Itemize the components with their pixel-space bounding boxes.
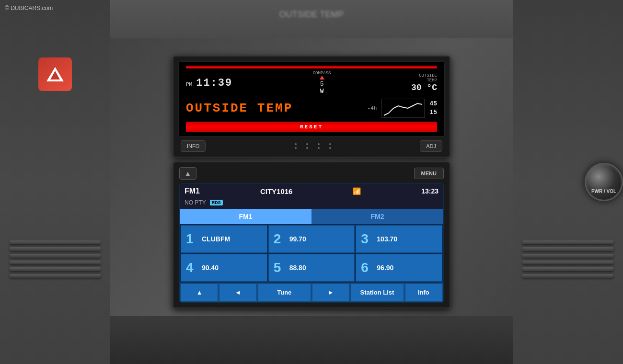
preset-button-5[interactable]: 5 88.80 [268, 254, 355, 282]
tune-next-button[interactable]: ► [312, 284, 349, 301]
preset-button-3[interactable]: 3 103.70 [356, 225, 442, 253]
info-radio-button[interactable]: Info [405, 284, 442, 301]
dot [329, 147, 331, 149]
blurred-heading: OUTSIDE TEMP [279, 10, 344, 20]
vent-slat [10, 254, 101, 258]
preset-number-4: 4 [186, 260, 198, 275]
info-cluster: PM 11:39 COMPASS 5 W OUTSIDE TEMP 30 °C [173, 56, 450, 158]
vent-slat [10, 274, 101, 278]
tune-label: Tune [258, 284, 311, 301]
preset-number-5: 5 [274, 260, 286, 275]
tune-prev-button[interactable]: ◄ [219, 284, 256, 301]
dot [318, 143, 320, 145]
vent-slat [522, 274, 613, 278]
dot-group-3[interactable] [318, 143, 320, 149]
vent-slat [522, 267, 613, 271]
pwr-vol-label: PWR / VOL [591, 189, 616, 194]
fm-tabs: FM1 FM2 [180, 209, 443, 224]
dot [306, 143, 308, 145]
bluetooth-icon: 📶 [353, 187, 361, 195]
dot [318, 147, 320, 149]
car-interior: © DUBICARS.com OUTSIDE TEMP PWR / VOL [0, 0, 623, 364]
menu-button[interactable]: MENU [414, 168, 444, 179]
display-main: OUTSIDE TEMP -4h 45 15 [186, 99, 437, 118]
outside-temp-big-label: OUTSIDE TEMP [186, 101, 293, 115]
outside-temp-section: OUTSIDE TEMP 30 °C [411, 73, 437, 92]
temp-low: 15 [429, 108, 437, 117]
temp-high: 45 [429, 100, 437, 108]
right-vent [522, 240, 613, 278]
station-name: CITY1016 [260, 187, 293, 195]
compass-triangle-icon [320, 76, 324, 80]
hazard-button[interactable] [38, 57, 72, 91]
preset-number-3: 3 [361, 231, 373, 247]
dot [295, 143, 297, 145]
dot-group-4[interactable] [329, 143, 331, 149]
preset-button-4[interactable]: 4 90.40 [181, 254, 267, 282]
dot-group-2[interactable] [306, 143, 308, 149]
pty-text: NO PTY [185, 199, 206, 206]
reset-bar[interactable]: RESET [186, 122, 437, 132]
vent-slat [522, 261, 613, 264]
radio-mode: FM1 [185, 187, 200, 195]
compass-direction: W [320, 88, 324, 95]
compass-value: 5 [320, 80, 324, 88]
clock-display: 11:39 [196, 77, 232, 89]
temp-graph [381, 99, 425, 118]
radio-header: FM1 CITY1016 📶 13:23 [180, 184, 443, 198]
dot [306, 147, 308, 149]
preset-button-1[interactable]: 1 CLUBFM [181, 225, 267, 253]
temp-values: 45 15 [429, 100, 437, 117]
left-vent [10, 240, 101, 278]
watermark: © DUBICARS.com [5, 5, 53, 11]
radio-subheader: NO PTY RDS [180, 198, 443, 209]
preset-button-6[interactable]: 6 96.90 [356, 254, 442, 282]
left-panel [0, 0, 110, 364]
dot-group-1[interactable] [295, 143, 297, 149]
outside-temp-value: 30 °C [411, 83, 437, 92]
dot [329, 143, 331, 145]
vent-slat [522, 240, 613, 244]
info-buttons: INFO [178, 140, 445, 152]
vent-slat [10, 261, 101, 264]
info-button[interactable]: INFO [181, 140, 206, 152]
radio-screen: FM1 CITY1016 📶 13:23 NO PTY RDS FM1 FM2 [179, 183, 444, 303]
presets-grid: 1 CLUBFM 2 99.70 3 103.70 4 [180, 224, 443, 283]
preset-freq-4: 90.40 [202, 264, 219, 272]
vent-slat [10, 247, 101, 251]
tab-fm2[interactable]: FM2 [312, 209, 443, 224]
reset-label: RESET [300, 124, 323, 130]
rds-badge: RDS [210, 200, 223, 205]
temp-unit-label: TEMP [427, 78, 437, 83]
time-ago: -4h [368, 105, 377, 111]
radio-top-bar: ▲ MENU [179, 167, 444, 180]
pm-label: PM [186, 81, 192, 87]
preset-freq-6: 96.90 [377, 264, 393, 272]
dot-buttons [295, 143, 331, 149]
preset-number-6: 6 [361, 260, 373, 275]
center-console: PM 11:39 COMPASS 5 W OUTSIDE TEMP 30 °C [158, 56, 465, 308]
tab-fm1[interactable]: FM1 [180, 209, 312, 224]
scroll-up-button[interactable]: ▲ [181, 284, 218, 301]
hazard-triangle-icon [46, 67, 64, 81]
outside-label: OUTSIDE [419, 73, 437, 78]
station-list-button[interactable]: Station List [350, 284, 404, 301]
dot [295, 147, 297, 149]
vent-slat [522, 247, 613, 251]
preset-number-1: 1 [186, 231, 198, 247]
pwr-vol-knob[interactable] [585, 163, 623, 201]
temp-chart-area: -4h 45 15 [368, 99, 437, 118]
preset-freq-5: 88.80 [289, 264, 306, 272]
right-panel: PWR / VOL [513, 0, 623, 364]
vent-slat [522, 254, 613, 258]
radio-unit: ▲ MENU FM1 CITY1016 📶 13:23 NO PTY RDS [173, 161, 450, 308]
preset-number-2: 2 [274, 231, 286, 247]
adj-button[interactable]: ADJ [420, 140, 442, 152]
preset-freq-2: 99.70 [289, 235, 306, 243]
preset-button-2[interactable]: 2 99.70 [268, 225, 355, 253]
info-display: PM 11:39 COMPASS 5 W OUTSIDE TEMP 30 °C [178, 61, 445, 136]
radio-time: 13:23 [421, 187, 438, 195]
eject-button[interactable]: ▲ [179, 167, 196, 180]
vent-slat [10, 267, 101, 271]
svg-rect-0 [381, 99, 425, 118]
